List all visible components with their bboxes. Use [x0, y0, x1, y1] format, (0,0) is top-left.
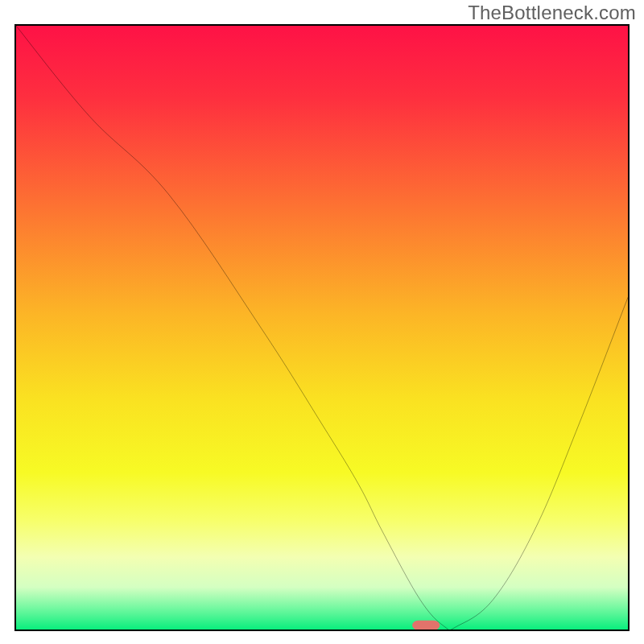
curve-layer [16, 26, 628, 630]
chart-frame: TheBottleneck.com [0, 0, 644, 644]
bottleneck-curve [16, 26, 628, 630]
watermark-text: TheBottleneck.com [468, 2, 636, 24]
plot-area [14, 24, 630, 631]
indicator-marker [412, 621, 440, 630]
